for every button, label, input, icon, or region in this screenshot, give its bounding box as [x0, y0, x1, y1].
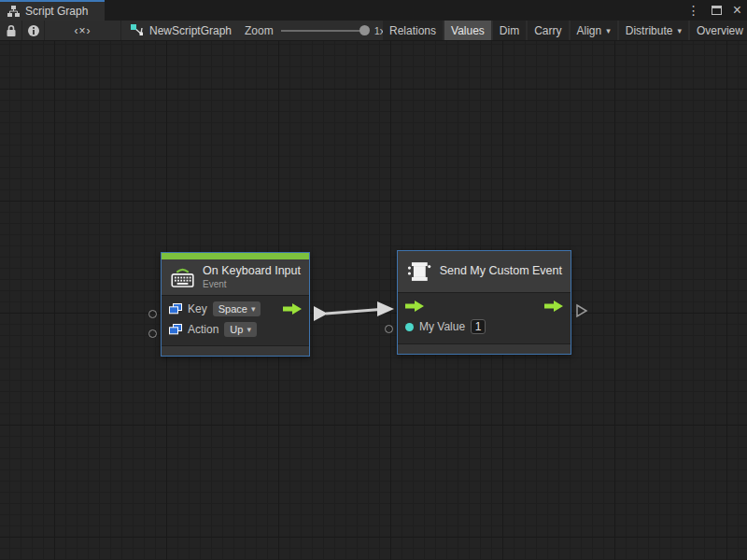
node-footer: [162, 345, 309, 356]
script-graph-window: Script Graph ⋮ ×: [0, 0, 747, 560]
object-port-icon: [169, 324, 182, 335]
my-value-input[interactable]: 1: [471, 319, 486, 334]
node-header[interactable]: Send My Custom Event: [398, 251, 571, 292]
toolbar-button-carry[interactable]: Carry: [528, 21, 568, 40]
node-subtitle: Event: [203, 279, 301, 291]
toolbar-button-group: Relations Values Dim Carry Align ▾ Distr…: [383, 21, 747, 40]
toolbar-button-distribute[interactable]: Distribute ▾: [619, 21, 688, 40]
key-input-port[interactable]: [148, 310, 157, 318]
toolbar-left-group: ‹×›: [0, 21, 121, 40]
info-icon: [27, 24, 40, 37]
flow-output-arrow-icon[interactable]: [544, 301, 563, 312]
node-title: Send My Custom Event: [440, 264, 562, 279]
graph-asset-icon: [131, 24, 144, 36]
tab-title: Script Graph: [25, 5, 88, 18]
flow-output-arrow-icon[interactable]: [283, 303, 302, 315]
flow-input-arrow-icon[interactable]: [405, 301, 424, 312]
graph-asset-name: NewScriptGraph: [149, 24, 232, 37]
toolbar-button-overview[interactable]: Overview: [690, 21, 747, 40]
window-tab-bar: Script Graph ⋮ ×: [0, 0, 747, 21]
chevron-down-icon: ▾: [677, 26, 682, 35]
graph-canvas[interactable]: On Keyboard Input Event Key Space ▾: [0, 41, 747, 560]
node-footer: [398, 343, 571, 354]
zoom-slider-knob[interactable]: [359, 25, 370, 35]
chevron-down-icon: ▾: [251, 304, 256, 314]
port-row-my-value: My Value 1: [398, 316, 571, 337]
key-dropdown[interactable]: Space ▾: [213, 301, 261, 316]
maximize-icon[interactable]: [712, 6, 722, 15]
event-stripe: [162, 253, 309, 259]
node-title: On Keyboard Input: [203, 264, 301, 279]
flow-row: [398, 296, 571, 316]
window-controls: ⋮ ×: [687, 0, 741, 21]
lock-icon: [6, 24, 17, 37]
port-row-action: Action Up ▾: [162, 319, 309, 340]
node-header[interactable]: On Keyboard Input Event: [162, 259, 309, 295]
port-label: Key: [188, 302, 207, 315]
port-label: My Value: [419, 320, 465, 333]
toolbar-button-dim[interactable]: Dim: [493, 21, 526, 40]
chevron-down-icon: ▾: [247, 325, 251, 334]
toolbar-button-values[interactable]: Values: [444, 21, 491, 40]
graph-asset[interactable]: NewScriptGraph: [131, 21, 232, 40]
keyboard-icon: [170, 266, 195, 289]
action-input-port[interactable]: [148, 329, 157, 338]
value-port-icon: [405, 323, 414, 331]
zoom-slider[interactable]: [281, 30, 367, 32]
tab-script-graph[interactable]: Script Graph: [0, 0, 105, 21]
close-icon[interactable]: ×: [733, 0, 741, 21]
graph-toolbar: ‹×› NewScriptGraph Zoom 1x Relations Val…: [0, 21, 747, 41]
connection-wire: [0, 41, 747, 560]
object-port-icon: [169, 303, 182, 315]
menu-icon[interactable]: ⋮: [687, 0, 700, 21]
chevron-down-icon: ▾: [606, 26, 611, 35]
action-dropdown[interactable]: Up ▾: [224, 322, 257, 337]
info-button[interactable]: [22, 21, 45, 40]
node-body: My Value 1: [398, 292, 571, 343]
node-send-my-custom-event[interactable]: Send My Custom Event My Value 1: [397, 250, 571, 355]
port-row-key: Key Space ▾: [162, 299, 309, 319]
code-toggle-button[interactable]: ‹×›: [45, 21, 121, 40]
code-icon: ‹×›: [75, 24, 92, 37]
flow-continue-port[interactable]: [575, 303, 588, 318]
port-label: Action: [188, 323, 218, 336]
node-on-keyboard-input[interactable]: On Keyboard Input Event Key Space ▾: [161, 252, 310, 357]
custom-event-icon: [406, 259, 432, 284]
lock-button[interactable]: [0, 21, 22, 40]
my-value-input-port[interactable]: [385, 325, 393, 333]
toolbar-button-align[interactable]: Align ▾: [571, 21, 617, 40]
node-body: Key Space ▾ Action: [162, 295, 309, 345]
zoom-label: Zoom: [245, 24, 274, 37]
zoom-control: Zoom 1x: [245, 21, 385, 40]
toolbar-button-relations[interactable]: Relations: [383, 21, 443, 40]
hierarchy-icon: [7, 6, 20, 17]
